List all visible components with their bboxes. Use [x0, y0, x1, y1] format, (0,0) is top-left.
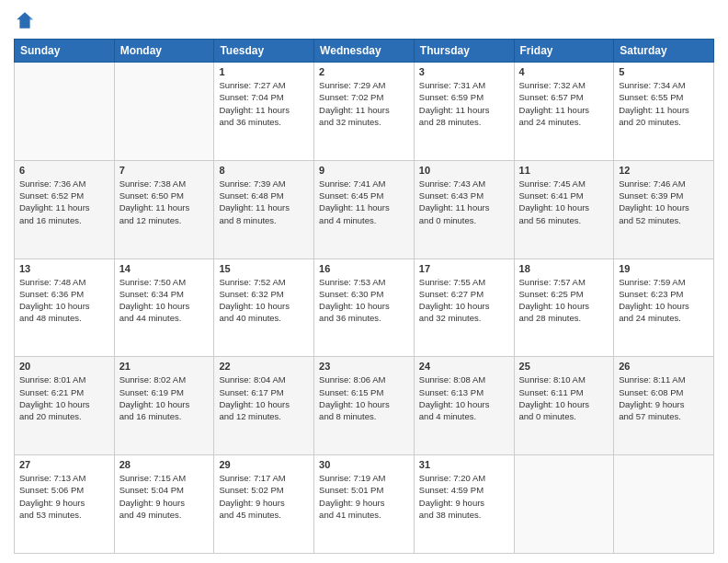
day-number: 26 — [619, 361, 709, 372]
calendar-day: 23Sunrise: 8:06 AM Sunset: 6:15 PM Dayli… — [314, 357, 415, 455]
day-info: Sunrise: 8:06 AM Sunset: 6:15 PM Dayligh… — [319, 373, 409, 422]
calendar-header-thursday: Thursday — [414, 40, 514, 63]
calendar-week-5: 27Sunrise: 7:13 AM Sunset: 5:06 PM Dayli… — [15, 455, 714, 554]
logo-icon — [14, 9, 36, 31]
day-number: 31 — [419, 459, 509, 470]
calendar-day: 13Sunrise: 7:48 AM Sunset: 6:36 PM Dayli… — [15, 259, 115, 357]
day-number: 20 — [19, 361, 109, 372]
day-number: 8 — [219, 165, 309, 176]
day-number: 1 — [219, 66, 309, 77]
calendar-day: 8Sunrise: 7:39 AM Sunset: 6:48 PM Daylig… — [214, 160, 314, 259]
day-info: Sunrise: 7:34 AM Sunset: 6:55 PM Dayligh… — [619, 79, 709, 128]
calendar-day: 21Sunrise: 8:02 AM Sunset: 6:19 PM Dayli… — [114, 357, 214, 455]
day-number: 11 — [519, 165, 609, 176]
day-info: Sunrise: 8:10 AM Sunset: 6:11 PM Dayligh… — [519, 373, 609, 422]
day-number: 30 — [319, 459, 409, 470]
day-number: 21 — [119, 361, 210, 372]
day-number: 19 — [619, 263, 709, 274]
day-info: Sunrise: 7:15 AM Sunset: 5:04 PM Dayligh… — [119, 472, 210, 521]
calendar-week-4: 20Sunrise: 8:01 AM Sunset: 6:21 PM Dayli… — [15, 357, 714, 455]
day-number: 14 — [119, 263, 210, 274]
calendar: SundayMondayTuesdayWednesdayThursdayFrid… — [14, 39, 714, 554]
calendar-day — [114, 63, 214, 161]
calendar-day: 3Sunrise: 7:31 AM Sunset: 6:59 PM Daylig… — [414, 63, 514, 161]
day-info: Sunrise: 8:04 AM Sunset: 6:17 PM Dayligh… — [219, 373, 309, 422]
day-number: 23 — [319, 361, 409, 372]
day-info: Sunrise: 7:29 AM Sunset: 7:02 PM Dayligh… — [319, 79, 409, 128]
calendar-day: 16Sunrise: 7:53 AM Sunset: 6:30 PM Dayli… — [314, 259, 415, 357]
day-number: 3 — [419, 66, 509, 77]
day-number: 28 — [119, 459, 210, 470]
day-info: Sunrise: 7:50 AM Sunset: 6:34 PM Dayligh… — [119, 276, 210, 325]
day-info: Sunrise: 7:59 AM Sunset: 6:23 PM Dayligh… — [619, 276, 709, 325]
day-number: 18 — [519, 263, 609, 274]
calendar-header-wednesday: Wednesday — [314, 40, 415, 63]
calendar-day: 31Sunrise: 7:20 AM Sunset: 4:59 PM Dayli… — [414, 455, 514, 554]
day-info: Sunrise: 7:32 AM Sunset: 6:57 PM Dayligh… — [519, 79, 609, 128]
calendar-day — [614, 455, 714, 554]
calendar-day: 26Sunrise: 8:11 AM Sunset: 6:08 PM Dayli… — [614, 357, 714, 455]
day-number: 6 — [19, 165, 109, 176]
calendar-header-friday: Friday — [514, 40, 614, 63]
calendar-day: 7Sunrise: 7:38 AM Sunset: 6:50 PM Daylig… — [114, 160, 214, 259]
calendar-header-monday: Monday — [114, 40, 214, 63]
day-number: 15 — [219, 263, 309, 274]
calendar-day: 19Sunrise: 7:59 AM Sunset: 6:23 PM Dayli… — [614, 259, 714, 357]
calendar-day: 9Sunrise: 7:41 AM Sunset: 6:45 PM Daylig… — [314, 160, 415, 259]
calendar-day: 22Sunrise: 8:04 AM Sunset: 6:17 PM Dayli… — [214, 357, 314, 455]
day-info: Sunrise: 7:53 AM Sunset: 6:30 PM Dayligh… — [319, 276, 409, 325]
logo — [14, 9, 40, 31]
day-info: Sunrise: 7:55 AM Sunset: 6:27 PM Dayligh… — [419, 276, 509, 325]
day-number: 17 — [419, 263, 509, 274]
day-number: 29 — [219, 459, 309, 470]
day-number: 9 — [319, 165, 409, 176]
calendar-day: 27Sunrise: 7:13 AM Sunset: 5:06 PM Dayli… — [15, 455, 115, 554]
day-info: Sunrise: 7:27 AM Sunset: 7:04 PM Dayligh… — [219, 79, 309, 128]
day-info: Sunrise: 7:43 AM Sunset: 6:43 PM Dayligh… — [419, 178, 509, 226]
day-info: Sunrise: 8:08 AM Sunset: 6:13 PM Dayligh… — [419, 373, 509, 422]
day-number: 22 — [219, 361, 309, 372]
calendar-header-sunday: Sunday — [15, 40, 115, 63]
day-info: Sunrise: 7:46 AM Sunset: 6:39 PM Dayligh… — [619, 178, 709, 226]
calendar-day: 6Sunrise: 7:36 AM Sunset: 6:52 PM Daylig… — [15, 160, 115, 259]
calendar-week-1: 1Sunrise: 7:27 AM Sunset: 7:04 PM Daylig… — [15, 63, 714, 161]
calendar-day: 14Sunrise: 7:50 AM Sunset: 6:34 PM Dayli… — [114, 259, 214, 357]
day-number: 5 — [619, 66, 709, 77]
calendar-day: 5Sunrise: 7:34 AM Sunset: 6:55 PM Daylig… — [614, 63, 714, 161]
day-info: Sunrise: 7:57 AM Sunset: 6:25 PM Dayligh… — [519, 276, 609, 325]
calendar-week-3: 13Sunrise: 7:48 AM Sunset: 6:36 PM Dayli… — [15, 259, 714, 357]
day-info: Sunrise: 7:19 AM Sunset: 5:01 PM Dayligh… — [319, 472, 409, 521]
calendar-day: 24Sunrise: 8:08 AM Sunset: 6:13 PM Dayli… — [414, 357, 514, 455]
day-info: Sunrise: 8:11 AM Sunset: 6:08 PM Dayligh… — [619, 373, 709, 422]
calendar-day: 28Sunrise: 7:15 AM Sunset: 5:04 PM Dayli… — [114, 455, 214, 554]
day-info: Sunrise: 8:01 AM Sunset: 6:21 PM Dayligh… — [19, 373, 109, 422]
day-number: 16 — [319, 263, 409, 274]
day-number: 13 — [19, 263, 109, 274]
day-info: Sunrise: 7:41 AM Sunset: 6:45 PM Dayligh… — [319, 178, 409, 226]
day-number: 4 — [519, 66, 609, 77]
day-number: 25 — [519, 361, 609, 372]
calendar-header-tuesday: Tuesday — [214, 40, 314, 63]
calendar-day: 29Sunrise: 7:17 AM Sunset: 5:02 PM Dayli… — [214, 455, 314, 554]
day-info: Sunrise: 8:02 AM Sunset: 6:19 PM Dayligh… — [119, 373, 210, 422]
day-number: 2 — [319, 66, 409, 77]
day-number: 12 — [619, 165, 709, 176]
svg-marker-0 — [17, 12, 33, 29]
day-number: 7 — [119, 165, 210, 176]
calendar-day — [514, 455, 614, 554]
day-info: Sunrise: 7:17 AM Sunset: 5:02 PM Dayligh… — [219, 472, 309, 521]
calendar-day: 12Sunrise: 7:46 AM Sunset: 6:39 PM Dayli… — [614, 160, 714, 259]
day-info: Sunrise: 7:39 AM Sunset: 6:48 PM Dayligh… — [219, 178, 309, 226]
calendar-week-2: 6Sunrise: 7:36 AM Sunset: 6:52 PM Daylig… — [15, 160, 714, 259]
day-number: 10 — [419, 165, 509, 176]
day-info: Sunrise: 7:36 AM Sunset: 6:52 PM Dayligh… — [19, 178, 109, 226]
day-info: Sunrise: 7:45 AM Sunset: 6:41 PM Dayligh… — [519, 178, 609, 226]
day-info: Sunrise: 7:38 AM Sunset: 6:50 PM Dayligh… — [119, 178, 210, 226]
calendar-day: 1Sunrise: 7:27 AM Sunset: 7:04 PM Daylig… — [214, 63, 314, 161]
calendar-day: 25Sunrise: 8:10 AM Sunset: 6:11 PM Dayli… — [514, 357, 614, 455]
calendar-day: 20Sunrise: 8:01 AM Sunset: 6:21 PM Dayli… — [15, 357, 115, 455]
header — [14, 9, 714, 31]
calendar-day: 17Sunrise: 7:55 AM Sunset: 6:27 PM Dayli… — [414, 259, 514, 357]
day-info: Sunrise: 7:31 AM Sunset: 6:59 PM Dayligh… — [419, 79, 509, 128]
calendar-day: 2Sunrise: 7:29 AM Sunset: 7:02 PM Daylig… — [314, 63, 415, 161]
